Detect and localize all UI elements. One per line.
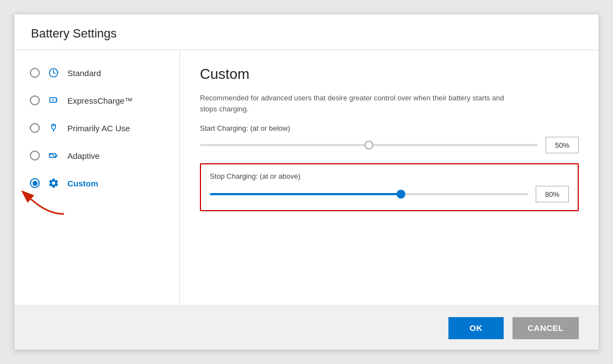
- radio-adaptive[interactable]: [30, 151, 40, 160]
- sidebar-item-adaptive-label: Adaptive: [67, 151, 99, 160]
- ok-button[interactable]: OK: [448, 317, 504, 339]
- sidebar-item-standard-label: Standard: [67, 68, 101, 78]
- radio-standard[interactable]: [30, 68, 40, 78]
- sidebar-item-primarily-ac[interactable]: Primarily AC Use: [25, 116, 168, 140]
- radio-custom[interactable]: [30, 178, 40, 188]
- dialog-body: Standard ExpressCharge™: [14, 50, 599, 306]
- dialog-title: Battery Settings: [31, 26, 117, 40]
- radio-expresscharge[interactable]: [30, 95, 40, 105]
- start-charging-slider-container[interactable]: [200, 140, 538, 151]
- start-charging-slider-row: 50%: [200, 137, 579, 153]
- dialog-header: Battery Settings: [14, 14, 599, 50]
- stop-charging-track: [210, 193, 528, 195]
- sidebar-item-expresscharge[interactable]: ExpressCharge™: [25, 89, 168, 112]
- dialog-footer: OK CANCEL: [14, 306, 599, 350]
- start-charging-track: [200, 144, 538, 146]
- main-content: Custom Recommended for advanced users th…: [180, 50, 599, 306]
- sidebar-item-standard[interactable]: Standard: [25, 61, 168, 84]
- sidebar-item-adaptive[interactable]: Adaptive: [25, 144, 168, 167]
- stop-charging-slider-row: 80%: [210, 186, 569, 202]
- sidebar-item-custom[interactable]: Custom: [25, 172, 168, 195]
- sidebar: Standard ExpressCharge™: [14, 50, 180, 306]
- gear-icon: [47, 177, 60, 189]
- stop-charging-section: Stop Charging: (at or above) 80%: [200, 163, 579, 211]
- radio-primarily-ac[interactable]: [30, 123, 40, 133]
- clock-icon: [47, 67, 60, 79]
- battery-settings-dialog: Battery Settings Standard: [14, 14, 599, 350]
- cancel-button[interactable]: CANCEL: [512, 317, 579, 339]
- start-charging-section: Start Charging: (at or below) 50%: [200, 124, 579, 153]
- plug-icon: [47, 122, 60, 134]
- adaptive-icon: [47, 149, 60, 162]
- red-arrow: [20, 184, 70, 217]
- sidebar-item-custom-label: Custom: [67, 179, 98, 188]
- sidebar-item-primarily-ac-label: Primarily AC Use: [67, 124, 130, 133]
- stop-charging-slider-container[interactable]: [210, 189, 528, 200]
- stop-charging-thumb[interactable]: [397, 190, 405, 199]
- start-charging-value: 50%: [546, 137, 579, 153]
- content-description: Recommended for advanced users that desi…: [200, 93, 520, 114]
- stop-charging-label: Stop Charging: (at or above): [210, 172, 569, 180]
- expresscharge-icon: [47, 94, 60, 106]
- start-charging-label: Start Charging: (at or below): [200, 124, 579, 132]
- sidebar-item-expresscharge-label: ExpressCharge™: [67, 96, 133, 105]
- content-title: Custom: [200, 66, 579, 83]
- start-charging-thumb[interactable]: [364, 141, 373, 149]
- stop-charging-value: 80%: [536, 186, 569, 202]
